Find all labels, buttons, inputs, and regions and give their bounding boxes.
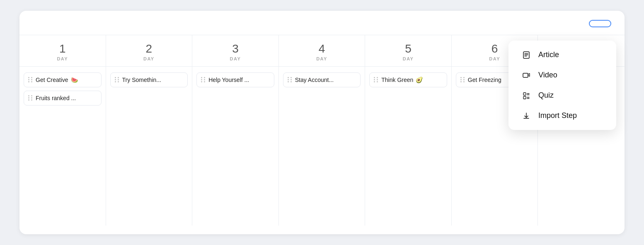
dropdown-item-quiz[interactable]: Quiz <box>511 85 614 106</box>
dropdown-item-label: Quiz <box>538 91 554 100</box>
step-emoji: 🍉 <box>71 77 78 83</box>
day-header-2: 2DAY <box>106 35 192 67</box>
quiz-icon <box>521 91 532 100</box>
add-button[interactable] <box>589 20 611 27</box>
day-label-4: DAY <box>279 56 365 61</box>
day-label-5: DAY <box>365 56 451 61</box>
step-text: Get Creative <box>36 77 68 83</box>
dropdown-item-label: Import Step <box>538 111 577 120</box>
drag-handle-icon <box>201 77 206 82</box>
dropdown-item-video[interactable]: Video <box>511 65 614 85</box>
step-emoji: 🥑 <box>416 77 423 83</box>
day-number-2: 2 <box>106 43 192 55</box>
svg-rect-8 <box>523 96 526 99</box>
step-card[interactable]: Fruits ranked ... <box>24 91 102 106</box>
prev-week-button[interactable] <box>563 23 568 24</box>
drag-handle-icon <box>28 77 33 82</box>
day-header-4: 4DAY <box>279 35 365 67</box>
drag-handle-icon <box>374 77 379 82</box>
day-header-5: 5DAY <box>365 35 451 67</box>
day-body-1: Get Creative🍉Fruits ranked ... <box>19 67 106 110</box>
day-body-3: Help Yourself ... <box>192 67 278 91</box>
day-body-4: Stay Account... <box>279 67 365 91</box>
day-col-2: 2DAYTry Somethin... <box>106 35 193 226</box>
drag-handle-icon <box>460 77 465 82</box>
schedule-header <box>19 11 625 35</box>
video-icon <box>521 71 532 79</box>
drag-handle-icon <box>115 77 120 82</box>
step-text: Stay Account... <box>295 77 334 83</box>
article-icon <box>521 51 532 59</box>
day-number-1: 1 <box>19 43 106 55</box>
step-text: Help Yourself ... <box>208 77 249 83</box>
dropdown-item-import-step[interactable]: Import Step <box>511 106 614 126</box>
step-card[interactable]: Help Yourself ... <box>196 72 274 87</box>
day-number-4: 4 <box>279 43 365 55</box>
header-right <box>563 20 611 27</box>
step-text: Try Somethin... <box>122 77 161 83</box>
day-body-5: Think Green🥑 <box>365 67 451 91</box>
step-card[interactable]: Try Somethin... <box>110 72 188 87</box>
dropdown-item-label: Article <box>538 50 559 59</box>
day-label-3: DAY <box>192 56 278 61</box>
day-body-2: Try Somethin... <box>106 67 192 91</box>
day-header-3: 3DAY <box>192 35 278 67</box>
day-header-1: 1DAY <box>19 35 106 67</box>
import-icon <box>521 112 532 120</box>
dropdown-menu: ArticleVideoQuizImport Step <box>508 41 616 130</box>
schedule-card: 1DAYGet Creative🍉Fruits ranked ...2DAYTr… <box>19 11 625 234</box>
step-card[interactable]: Think Green🥑 <box>369 72 447 87</box>
svg-rect-4 <box>523 73 528 77</box>
day-label-2: DAY <box>106 56 192 61</box>
step-text: Get Freezing <box>468 77 501 83</box>
week-nav <box>563 23 581 24</box>
step-card[interactable]: Stay Account... <box>283 72 361 87</box>
drag-handle-icon <box>288 77 293 82</box>
day-col-3: 3DAYHelp Yourself ... <box>192 35 279 226</box>
day-number-3: 3 <box>192 43 278 55</box>
day-number-5: 5 <box>365 43 451 55</box>
day-col-1: 1DAYGet Creative🍉Fruits ranked ... <box>19 35 106 226</box>
dropdown-item-article[interactable]: Article <box>511 45 614 65</box>
day-col-5: 5DAYThink Green🥑 <box>365 35 452 226</box>
day-col-4: 4DAYStay Account... <box>279 35 366 226</box>
step-text: Think Green <box>381 77 413 83</box>
dropdown-item-label: Video <box>538 71 557 79</box>
next-week-button[interactable] <box>576 23 581 24</box>
day-label-1: DAY <box>19 56 106 61</box>
step-card[interactable]: Get Creative🍉 <box>24 72 102 87</box>
step-text: Fruits ranked ... <box>36 95 76 101</box>
drag-handle-icon <box>28 95 33 101</box>
svg-rect-5 <box>523 93 526 95</box>
